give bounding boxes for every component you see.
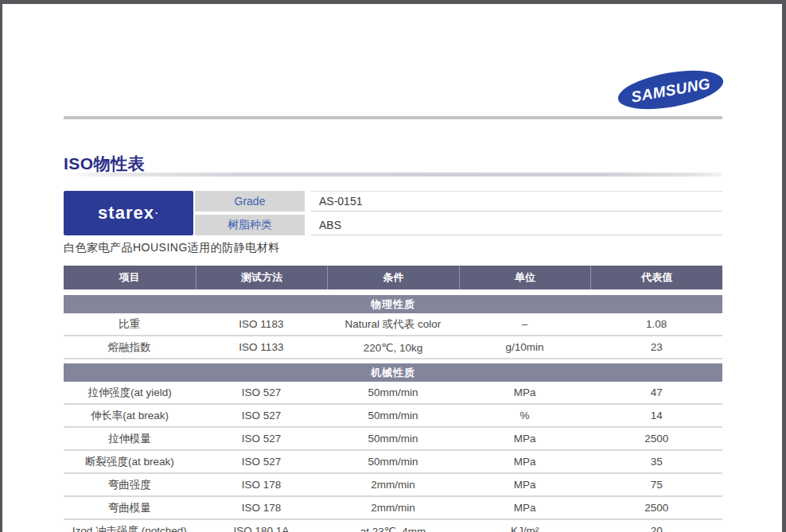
table-cell: 35: [590, 451, 722, 472]
table-row: 拉伸模量ISO 52750mm/minMPa2500: [64, 428, 722, 451]
table-cell: 50mm/min: [327, 451, 459, 472]
table-cell: MPa: [459, 428, 591, 449]
table-cell: 75: [590, 474, 722, 495]
resin-type-label: 树脂种类: [195, 215, 305, 235]
table-cell: MPa: [459, 451, 591, 472]
table-cell: 2500: [590, 428, 722, 449]
table-body: 物理性质比重ISO 1183Natural 或代表 color–1.08熔融指数…: [64, 295, 722, 532]
table-cell: 2mm/min: [327, 497, 459, 518]
table-cell: 50mm/min: [327, 428, 459, 449]
table-cell: 拉伸强度(at yield): [64, 382, 196, 403]
table-cell: ISO 527: [196, 428, 328, 449]
table-cell: 47: [590, 382, 722, 403]
table-cell: ISO 1133: [196, 336, 328, 358]
table-row: 比重ISO 1183Natural 或代表 color–1.08: [64, 313, 722, 336]
column-header-item: 项目: [64, 266, 196, 289]
grade-label: Grade: [195, 191, 305, 212]
title-divider: [64, 173, 722, 177]
table-cell: at 23℃, 4mm: [327, 520, 459, 532]
table-cell: 14: [590, 405, 722, 426]
table-cell: g/10min: [459, 336, 591, 358]
table-row: 拉伸强度(at yield)ISO 52750mm/minMPa47: [64, 382, 722, 405]
table-cell: %: [459, 405, 591, 426]
table-cell: 23: [590, 336, 722, 358]
table-cell: ISO 1183: [196, 313, 328, 335]
table-cell: ISO 527: [196, 405, 328, 426]
column-header-condition: 条件: [327, 266, 459, 289]
table-cell: MPa: [459, 474, 591, 495]
table-cell: 2500: [590, 497, 722, 518]
header-divider: [64, 116, 722, 119]
grade-row: Grade AS-0151: [195, 191, 722, 212]
table-cell: 1.08: [590, 313, 722, 335]
table-cell: 比重: [64, 313, 196, 335]
table-cell: ISO 527: [196, 382, 328, 403]
table-header-row: 项目 测试方法 条件 单位 代表值: [64, 266, 722, 289]
resin-type-row: 树脂种类 ABS: [195, 215, 722, 235]
table-row: 伸长率(at break)ISO 52750mm/min%14: [64, 405, 722, 428]
grade-info-block: starex· Grade AS-0151 树脂种类 ABS: [64, 191, 722, 235]
column-header-unit: 单位: [459, 266, 591, 289]
table-row: 弯曲强度ISO 1782mm/minMPa75: [64, 474, 722, 497]
table-cell: 拉伸模量: [64, 428, 196, 449]
table-cell: ISO 180 1A: [196, 520, 328, 532]
material-description: 白色家电产品HOUSING适用的防静电材料: [64, 241, 280, 255]
table-cell: KJ/m²: [459, 520, 591, 532]
table-cell: 2mm/min: [327, 474, 459, 495]
table-cell: 伸长率(at break): [64, 405, 196, 426]
viewer-frame: { "page": { "title": "ISO物性表", "brand": …: [0, 0, 786, 532]
table-row: 弯曲模量ISO 1782mm/minMPa2500: [64, 497, 722, 520]
table-cell: Natural 或代表 color: [327, 313, 459, 335]
resin-type-value: ABS: [311, 215, 722, 235]
table-cell: 50mm/min: [327, 382, 459, 403]
page-title: ISO物性表: [64, 153, 145, 175]
table-cell: ISO 527: [196, 451, 328, 472]
table-cell: ISO 178: [196, 497, 328, 518]
table-cell: 断裂强度(at break): [64, 451, 196, 472]
starex-logo-text: starex: [98, 203, 154, 223]
table-row: 断裂强度(at break)ISO 52750mm/minMPa35: [64, 451, 722, 474]
section-band: 物理性质: [64, 295, 722, 313]
table-cell: Izod 冲击强度 (notched): [64, 520, 196, 532]
grade-value: AS-0151: [311, 191, 722, 212]
table-cell: 50mm/min: [327, 405, 459, 426]
table-cell: 220℃, 10kg: [327, 336, 459, 358]
table-cell: 弯曲强度: [64, 474, 196, 495]
table-cell: 熔融指数: [64, 336, 196, 358]
table-row: Izod 冲击强度 (notched)ISO 180 1Aat 23℃, 4mm…: [64, 520, 722, 532]
starex-logo: starex·: [64, 191, 193, 235]
samsung-logo: SAMSUNG: [615, 68, 726, 112]
column-header-value: 代表值: [590, 266, 722, 289]
datasheet-page: SAMSUNG ISO物性表 starex· Grade AS-0151 树脂种…: [2, 4, 782, 532]
properties-table: 项目 测试方法 条件 单位 代表值 物理性质比重ISO 1183Natural …: [64, 266, 722, 532]
column-header-method: 测试方法: [196, 266, 328, 289]
table-cell: MPa: [459, 497, 591, 518]
starex-tm-dot: ·: [155, 208, 159, 219]
section-band: 机械性质: [64, 363, 722, 382]
table-cell: ISO 178: [196, 474, 328, 495]
table-cell: MPa: [459, 382, 591, 403]
table-cell: 弯曲模量: [64, 497, 196, 518]
table-cell: 20: [590, 520, 722, 532]
table-cell: –: [459, 313, 591, 335]
grade-info-rows: Grade AS-0151 树脂种类 ABS: [195, 191, 722, 235]
table-row: 熔融指数ISO 1133220℃, 10kgg/10min23: [64, 336, 722, 359]
